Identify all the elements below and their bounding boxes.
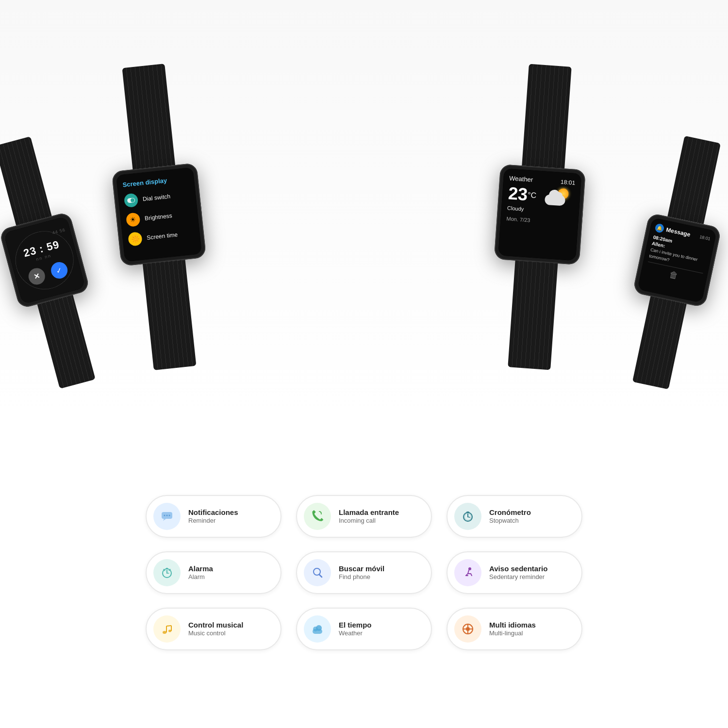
watch-1-body: 44 56 23 : 59 nn nn ✕ ✓ [0, 132, 113, 393]
svg-point-20 [163, 631, 166, 634]
watch-2-case: Screen display Dial switch [112, 163, 207, 266]
incoming-call-text: Llamada entrante Incoming call [339, 508, 399, 525]
find-phone-sub: Find phone [339, 573, 384, 581]
weather-temp-value: 23 [508, 183, 529, 204]
weather-unit: °C [528, 191, 537, 199]
alarm-sub: Alarm [188, 573, 213, 581]
watch-4-case: 🔔 Message 18:01 08:20am Allen: Can i inv… [632, 213, 722, 308]
feature-notifications: Notificaciones Reminder [146, 495, 281, 538]
feature-multilingual: Multi idiomas Multi-lingual [447, 608, 582, 650]
watch-weather: Weather 18:01 23°C [486, 63, 593, 372]
sedentary-main: Aviso sedentario [489, 564, 547, 574]
multilingual-text: Multi idiomas Multi-lingual [489, 620, 536, 638]
screen-time-icon: 🔆 [128, 232, 143, 247]
watch-3-band-top [522, 64, 571, 169]
find-phone-main: Buscar móvil [339, 564, 384, 574]
watch-4-screen: 🔔 Message 18:01 08:20am Allen: Can i inv… [637, 217, 717, 303]
weather-screen: Weather 18:01 23°C [498, 168, 581, 261]
multilingual-sub: Multi-lingual [489, 629, 536, 638]
display-title: Screen display [122, 174, 189, 188]
alarm-icon [153, 559, 181, 586]
svg-point-3 [164, 515, 165, 516]
watch-4-body: 🔔 Message 18:01 08:20am Allen: Can i inv… [614, 132, 728, 393]
svg-rect-16 [166, 568, 168, 569]
display-screen: Screen display Dial switch [116, 167, 202, 262]
notifications-text: Notificaciones Reminder [188, 508, 238, 525]
svg-line-9 [468, 517, 470, 517]
watch-4-band-bottom [632, 296, 687, 389]
watch-4-band-top [667, 136, 721, 224]
watch-4-crown [711, 260, 717, 273]
alarm-text: Alarma Alarm [188, 564, 213, 581]
weather-date: Mon. 7/23 [506, 215, 573, 226]
feature-weather: El tiempo Weather [296, 608, 432, 650]
watch-2-band-top [122, 64, 175, 169]
feature-sedentary: Aviso sedentario Sedentary reminder [447, 551, 582, 594]
weather-feature-sub: Weather [339, 629, 372, 638]
find-phone-text: Buscar móvil Find phone [339, 564, 384, 581]
screen-time-label: Screen time [147, 231, 178, 241]
watch-2-crown [200, 202, 205, 215]
watches-row: 44 56 23 : 59 nn nn ✕ ✓ [0, 0, 728, 417]
watch-2-body: Screen display Dial switch [101, 62, 217, 373]
sedentary-sub: Sedentary reminder [489, 573, 547, 581]
watch-1-crown [77, 243, 83, 256]
music-sub: Music control [188, 629, 243, 638]
watches-section: 44 56 23 : 59 nn nn ✕ ✓ [0, 0, 728, 417]
features-row-1: Notificaciones Reminder Llamada entrante… [39, 495, 689, 538]
notifications-main: Notificaciones [188, 508, 238, 517]
watch-clock: 44 56 23 : 59 nn nn ✕ ✓ [0, 132, 113, 393]
svg-line-24 [166, 626, 171, 626]
svg-point-27 [316, 625, 322, 631]
find-phone-icon [304, 559, 331, 586]
display-item-dial: Dial switch [124, 187, 191, 208]
display-item-brightness: ☀ Brightness [126, 207, 193, 227]
weather-feature-main: El tiempo [339, 620, 372, 630]
watch-2-screen: Screen display Dial switch [116, 167, 202, 262]
watch-3-body: Weather 18:01 23°C [486, 63, 593, 372]
sedentary-text: Aviso sedentario Sedentary reminder [489, 564, 547, 581]
stopwatch-sub: Stopwatch [489, 517, 531, 525]
watch-2-band-bottom [143, 260, 197, 370]
feature-incoming-call: Llamada entrante Incoming call [296, 495, 432, 538]
brightness-icon: ☀ [126, 212, 141, 227]
incoming-call-main: Llamada entrante [339, 508, 399, 517]
weather-title: Weather [509, 174, 533, 183]
incoming-call-icon [304, 503, 331, 530]
watch-3-case: Weather 18:01 23°C [494, 164, 586, 265]
svg-line-18 [319, 575, 322, 577]
watch-message: 🔔 Message 18:01 08:20am Allen: Can i inv… [614, 132, 728, 393]
watch-screen-display: Screen display Dial switch [101, 62, 217, 373]
feature-find-phone: Buscar móvil Find phone [296, 551, 432, 594]
dial-switch-icon [124, 193, 139, 208]
svg-point-5 [169, 515, 170, 516]
weather-temperature: 23°C [508, 184, 537, 204]
watch-3-screen: Weather 18:01 23°C [498, 168, 581, 261]
brightness-label: Brightness [144, 212, 172, 222]
incoming-call-sub: Incoming call [339, 517, 399, 525]
message-bell-icon: 🔔 [654, 223, 664, 233]
feature-music: Control musical Music control [146, 608, 281, 650]
sedentary-icon [454, 559, 481, 586]
feature-alarm: Alarma Alarm [146, 551, 281, 594]
alarm-main: Alarma [188, 564, 213, 574]
watch-1-case: 44 56 23 : 59 nn nn ✕ ✓ [0, 212, 90, 309]
watch-1-band-bottom [37, 295, 96, 389]
message-title: Message [665, 226, 691, 238]
multilingual-icon [454, 615, 481, 643]
watch-3-crown [581, 210, 586, 223]
dial-switch-label: Dial switch [142, 193, 171, 202]
features-row-2: Alarma Alarm Buscar móvil Find phone [39, 551, 689, 594]
watch-3-band-bottom [508, 261, 558, 370]
music-icon [153, 615, 181, 643]
weather-cloud-icon [545, 187, 571, 207]
trash-icon[interactable]: 🗑 [668, 270, 679, 281]
svg-point-4 [166, 515, 168, 516]
stopwatch-text: Cronómetro Stopwatch [489, 508, 531, 525]
features-section: Notificaciones Reminder Llamada entrante… [0, 417, 728, 728]
multilingual-main: Multi idiomas [489, 620, 536, 630]
svg-rect-10 [466, 512, 469, 513]
svg-point-29 [466, 627, 470, 631]
message-time: 18:01 [699, 234, 711, 241]
notifications-icon [153, 503, 181, 530]
